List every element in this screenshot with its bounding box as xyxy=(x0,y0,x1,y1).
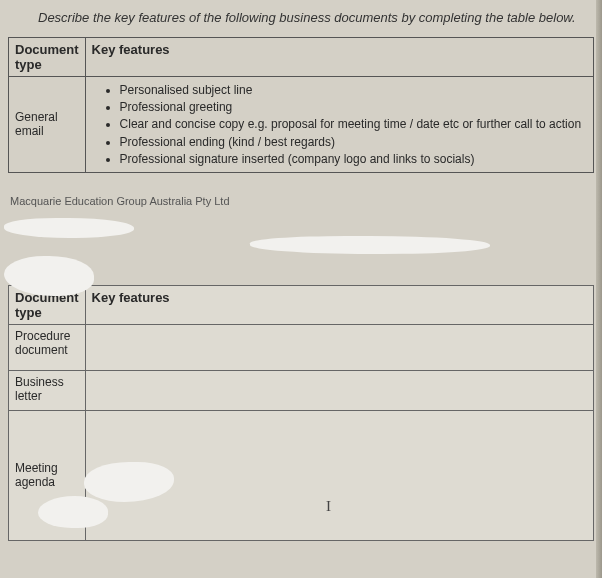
instruction-text: Describe the key features of the followi… xyxy=(8,10,594,25)
t1-header-doctype: Document type xyxy=(9,38,86,77)
page-edge-shadow xyxy=(596,0,602,578)
whiteout-mark xyxy=(4,218,134,238)
table-general-email: Document type Key features General email… xyxy=(8,37,594,173)
feature-item: Professional signature inserted (company… xyxy=(120,151,587,167)
feature-item: Professional greeting xyxy=(120,99,587,115)
t2-row-features[interactable] xyxy=(85,370,593,410)
t1-row-features: Personalised subject line Professional g… xyxy=(85,77,593,173)
t2-row-features[interactable] xyxy=(85,324,593,370)
t1-row-doctype: General email xyxy=(9,77,86,173)
feature-item: Professional ending (kind / best regards… xyxy=(120,134,587,150)
whiteout-mark xyxy=(250,236,490,254)
t2-header-features: Key features xyxy=(85,285,593,324)
footer-org: Macquarie Education Group Australia Pty … xyxy=(10,195,594,207)
t1-header-features: Key features xyxy=(85,38,593,77)
t2-row-doctype: Business letter xyxy=(9,370,86,410)
text-cursor-icon: I xyxy=(326,498,331,515)
feature-list: Personalised subject line Professional g… xyxy=(92,82,587,167)
whiteout-mark xyxy=(38,496,108,528)
feature-item: Personalised subject line xyxy=(120,82,587,98)
t2-row-doctype: Procedure document xyxy=(9,324,86,370)
feature-item: Clear and concise copy e.g. proposal for… xyxy=(120,116,587,132)
